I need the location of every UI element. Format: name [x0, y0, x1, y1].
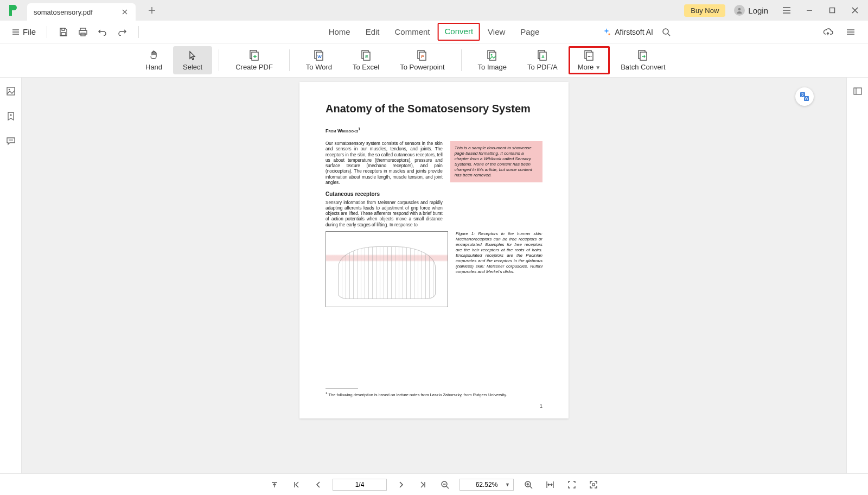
last-page-button[interactable] [416, 478, 430, 492]
tab-edit[interactable]: Edit [358, 23, 387, 41]
first-page-button[interactable] [289, 478, 303, 492]
add-tab-button[interactable] [145, 4, 158, 17]
doc-figcaption: Figure 1: Receptors in the human skin: M… [456, 231, 542, 307]
ai-label[interactable]: Afirstsoft AI [615, 28, 653, 36]
main-area: 文W Anatomy of the Somatosensory System F… [0, 78, 868, 473]
thumbnails-icon[interactable] [5, 85, 17, 97]
fit-width-button[interactable] [543, 478, 557, 492]
tool-label: Hand [145, 63, 162, 71]
tool-select[interactable]: Select [173, 46, 212, 74]
document-tab[interactable]: somatosensory.pdf [27, 3, 136, 21]
tool-to-excel[interactable]: E To Excel [343, 46, 389, 74]
doc-figure [326, 231, 448, 307]
left-sidebar [0, 78, 22, 473]
divider [47, 26, 47, 38]
doc-para1: Our somatosensory system consists of sen… [326, 141, 443, 186]
tab-convert[interactable]: Convert [438, 23, 481, 41]
tool-label: To Powerpoint [400, 63, 444, 71]
tab-comment[interactable]: Comment [387, 23, 438, 41]
svg-point-0 [738, 8, 741, 11]
fullscreen-button[interactable] [586, 478, 601, 492]
bookmarks-icon[interactable] [5, 110, 17, 122]
ribbon: Hand Select Create PDF W To Word E To Ex… [0, 43, 868, 78]
login-button[interactable]: Login [729, 5, 774, 16]
divider [138, 26, 139, 38]
to-powerpoint-icon: P [416, 49, 429, 61]
tool-to-pdfa[interactable]: A To PDF/A [518, 46, 567, 74]
tab-page[interactable]: Page [513, 23, 547, 41]
hamburger-menu-button[interactable] [777, 2, 796, 18]
page-indicator-input[interactable] [333, 479, 387, 491]
zoom-in-button[interactable] [521, 478, 535, 492]
file-label: File [23, 27, 36, 36]
file-menu-button[interactable]: File [8, 25, 40, 39]
doc-source: From Wikibooks1 [326, 127, 542, 134]
buy-now-button[interactable]: Buy Now [684, 4, 725, 17]
tool-to-word[interactable]: W To Word [296, 46, 342, 74]
tab-view[interactable]: View [480, 23, 513, 41]
doc-para2: Sensory information from Meissner corpus… [326, 200, 443, 228]
to-image-icon [486, 49, 499, 61]
svg-text:W: W [317, 54, 322, 59]
close-window-button[interactable] [845, 2, 865, 18]
maximize-window-button[interactable] [822, 2, 842, 18]
svg-rect-3 [79, 30, 87, 34]
create-pdf-icon [248, 49, 261, 61]
cloud-upload-button[interactable] [820, 24, 835, 40]
comments-icon[interactable] [5, 135, 17, 147]
svg-text:E: E [365, 54, 368, 59]
tool-hand[interactable]: Hand [136, 46, 172, 74]
svg-point-28 [590, 56, 591, 57]
tool-label: To Word [306, 63, 332, 71]
to-word-icon: W [312, 49, 326, 61]
more-lines-button[interactable] [843, 24, 858, 40]
print-button[interactable] [75, 24, 91, 40]
tool-more[interactable]: More▼ [569, 46, 610, 74]
doc-sidebox: This is a sample document to showcase pa… [450, 141, 542, 182]
doc-pagenum: 1 [540, 403, 542, 409]
tool-create-pdf[interactable]: Create PDF [226, 46, 283, 74]
chevron-down-icon: ▼ [595, 65, 601, 71]
cursor-icon [186, 49, 199, 61]
svg-point-6 [663, 29, 668, 34]
scroll-top-button[interactable] [267, 478, 282, 492]
tool-label: To PDF/A [527, 63, 558, 71]
svg-point-26 [588, 56, 589, 57]
tool-label: Select [183, 63, 202, 71]
tab-home[interactable]: Home [321, 23, 358, 41]
prev-page-button[interactable] [311, 478, 325, 492]
fit-page-button[interactable] [565, 478, 579, 492]
panel-toggle-icon[interactable] [852, 85, 864, 97]
svg-text:A: A [541, 54, 545, 59]
document-canvas[interactable]: 文W Anatomy of the Somatosensory System F… [22, 78, 846, 473]
zoom-select[interactable]: 62.52% ▼ [459, 479, 514, 491]
redo-button[interactable] [114, 24, 130, 40]
translate-badge[interactable]: 文W [795, 87, 814, 106]
tool-to-powerpoint[interactable]: P To Powerpoint [390, 46, 454, 74]
more-icon [583, 49, 596, 61]
undo-button[interactable] [95, 24, 110, 40]
minimize-window-button[interactable] [800, 2, 819, 18]
next-page-button[interactable] [394, 478, 409, 492]
zoom-out-button[interactable] [438, 478, 452, 492]
doc-footnote: 1 The following description is based on … [326, 389, 542, 397]
save-button[interactable] [56, 24, 71, 40]
right-sidebar [846, 78, 868, 473]
close-tab-icon[interactable] [120, 8, 129, 16]
tool-to-image[interactable]: To Image [468, 46, 516, 74]
divider [461, 49, 462, 71]
doc-subhead: Cutaneous receptors [326, 191, 443, 198]
tool-label: Batch Convert [621, 63, 665, 71]
svg-point-32 [8, 89, 10, 91]
search-button[interactable] [659, 24, 674, 40]
chevron-down-icon: ▼ [505, 482, 510, 487]
to-pdfa-icon: A [536, 49, 549, 61]
tool-label: To Excel [353, 63, 379, 71]
svg-rect-1 [830, 8, 835, 13]
titlebar: somatosensory.pdf Buy Now Login [0, 0, 868, 21]
user-avatar-icon [734, 5, 745, 16]
svg-rect-40 [592, 484, 595, 486]
svg-rect-37 [854, 88, 861, 94]
tool-batch-convert[interactable]: Batch Convert [611, 46, 675, 74]
batch-convert-icon [636, 49, 649, 61]
